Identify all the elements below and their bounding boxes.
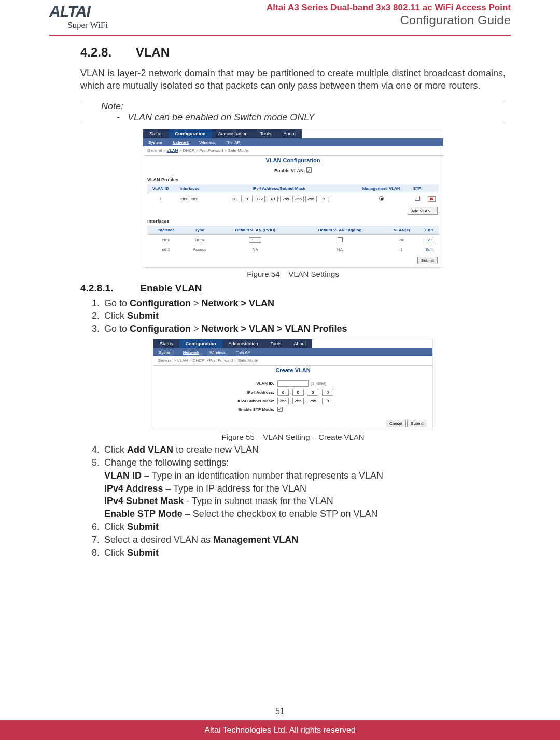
list-item: Go to Configuration > Network > VLAN > V… [102, 323, 506, 336]
pvid-select[interactable]: 1 [249, 237, 261, 243]
ip-octet[interactable] [277, 389, 289, 396]
submit-button[interactable]: Submit [407, 420, 427, 427]
tagging-checkbox[interactable] [338, 237, 343, 242]
figure-54-screenshot: Status Configuration Administration Tool… [143, 129, 443, 268]
ip-octet-1[interactable] [229, 196, 240, 202]
section-title: VLAN [136, 45, 170, 59]
main-tabs: Status Configuration Administration Tool… [143, 129, 443, 138]
interfaces-table: Interface Type Default VLAN (PVID) Defau… [147, 226, 439, 254]
mask-octet[interactable] [292, 398, 304, 404]
table-row: eth1 Access NA NA 1 Edit [147, 245, 439, 254]
mgmt-vlan-radio[interactable] [379, 196, 384, 201]
create-vlan-title: Create VLAN [153, 365, 432, 375]
col-ipv4: IPv4 Address/Subnet Mask [205, 184, 353, 193]
subtab-wireless[interactable]: Wireless [194, 138, 220, 146]
breadcrumb: General > VLAN > DHCP > Port Forward > S… [143, 146, 443, 155]
steps-list: Go to Configuration > Network > VLAN Cli… [80, 297, 506, 336]
subtab-thinap[interactable]: Thin AP [231, 348, 256, 356]
ipv4-mask-label: IPv4 Subnet Mask: [205, 399, 277, 403]
enable-vlan-row: Enable VLAN: [143, 165, 443, 176]
subtab-system[interactable]: System [143, 138, 167, 146]
mask-octet-4[interactable] [318, 196, 329, 202]
stp-checkbox[interactable] [277, 407, 283, 412]
ip-octet[interactable] [292, 389, 304, 396]
doc-subtitle: Configuration Guide [267, 13, 511, 27]
sub-tabs: System Network Wireless Thin AP [143, 138, 443, 146]
note-box: Note: - VLAN can be enabled on Switch mo… [80, 100, 506, 124]
subtab-wireless[interactable]: Wireless [204, 348, 231, 356]
subsection-heading: 4.2.8.1. Enable VLAN [80, 283, 506, 294]
note-label: Note: [101, 101, 506, 112]
stp-checkbox[interactable] [415, 196, 420, 201]
ip-octet-2[interactable] [241, 196, 253, 202]
enable-vlan-label: Enable VLAN: [274, 168, 305, 173]
logo-main: ALTAI [49, 3, 108, 20]
tab-configuration[interactable]: Configuration [179, 339, 222, 348]
cancel-button[interactable]: Cancel [386, 420, 406, 427]
add-vlan-button[interactable]: Add VLAN... [408, 207, 438, 215]
note-item: - VLAN can be enabled on Switch mode ONL… [101, 112, 506, 123]
vlan-config-title: VLAN Configuration [143, 155, 443, 165]
figure-54-caption: Figure 54 – VLAN Settings [80, 270, 506, 278]
subtab-system[interactable]: System [153, 348, 178, 356]
page-header: ALTAI Super WiFi Altai A3 Series Dual-ba… [49, 0, 511, 36]
ip-octet-4[interactable] [267, 196, 278, 202]
col-stp: STP [410, 184, 425, 193]
interfaces-label: Interfaces [143, 217, 443, 226]
subtab-thinap[interactable]: Thin AP [220, 138, 245, 146]
vlan-id-label: VLAN ID: [205, 381, 277, 386]
col-mgmt-vlan: Management VLAN [353, 184, 410, 193]
mask-octet-3[interactable] [305, 196, 317, 202]
steps-list-cont: Click Add VLAN to create new VLAN Change… [80, 443, 506, 559]
stp-mode-label: Enable STP Mode: [205, 407, 277, 412]
section-number: 4.2.8. [80, 45, 132, 60]
delete-icon[interactable]: ✖ [428, 196, 436, 202]
subtab-network[interactable]: Network [167, 138, 194, 146]
ip-octet-3[interactable] [254, 196, 265, 202]
vlan-profiles-table: VLAN ID Interfaces IPv4 Address/Subnet M… [147, 184, 439, 204]
figure-55-caption: Figure 55 – VLAN Setting – Create VLAN [80, 432, 506, 441]
mask-octet[interactable] [307, 398, 318, 404]
ipv4-addr-label: IPv4 Address: [205, 390, 277, 395]
table-row: eth0 Trunk 1 all Edit [147, 234, 439, 245]
mask-octet[interactable] [322, 398, 333, 404]
page-number: 51 [0, 707, 560, 716]
subtab-network[interactable]: Network [178, 348, 205, 356]
col-interfaces: Interfaces [174, 184, 205, 193]
list-item: Go to Configuration > Network > VLAN [102, 297, 506, 310]
section-heading: 4.2.8. VLAN [80, 45, 506, 60]
figure-55-screenshot: Status Configuration Administration Tool… [153, 339, 433, 430]
list-item: Click Submit [102, 310, 506, 323]
tab-about[interactable]: About [277, 129, 302, 138]
subsection-number: 4.2.8.1. [80, 283, 137, 294]
list-item: Click Submit [102, 521, 506, 534]
submit-button[interactable]: Submit [417, 257, 438, 264]
breadcrumb: General > VLAN > DHCP > Port Forward > S… [153, 356, 432, 365]
tab-status[interactable]: Status [143, 129, 169, 138]
tab-status[interactable]: Status [153, 339, 179, 348]
doc-product-title: Altai A3 Series Dual-band 3x3 802.11 ac … [267, 3, 511, 13]
ip-octet[interactable] [307, 389, 318, 396]
vlan-id-input[interactable] [277, 380, 309, 387]
edit-link[interactable]: Edit [426, 247, 433, 252]
mask-octet-2[interactable] [292, 196, 304, 202]
tab-tools[interactable]: Tools [264, 339, 288, 348]
footer-copyright: Altai Technologies Ltd. All rights reser… [0, 720, 560, 740]
col-del [425, 184, 439, 193]
subsection-title: Enable VLAN [140, 283, 202, 294]
list-item: Click Add VLAN to create new VLAN [102, 443, 506, 456]
tab-administration[interactable]: Administration [222, 339, 264, 348]
mask-octet-1[interactable] [280, 196, 291, 202]
ip-mask-cell: .../ ... [205, 193, 353, 204]
ip-octet[interactable] [322, 389, 333, 396]
enable-vlan-checkbox[interactable] [306, 167, 312, 173]
tab-tools[interactable]: Tools [254, 129, 277, 138]
table-row: 1 eth0, eth1 .../ ... ✖ [147, 193, 439, 204]
mask-octet[interactable] [277, 398, 289, 404]
tab-administration[interactable]: Administration [212, 129, 254, 138]
tab-about[interactable]: About [288, 339, 313, 348]
vlan-profiles-label: VLAN Profiles [143, 176, 443, 184]
edit-link[interactable]: Edit [426, 238, 433, 242]
tab-configuration[interactable]: Configuration [169, 129, 212, 138]
logo: ALTAI Super WiFi [49, 3, 108, 31]
